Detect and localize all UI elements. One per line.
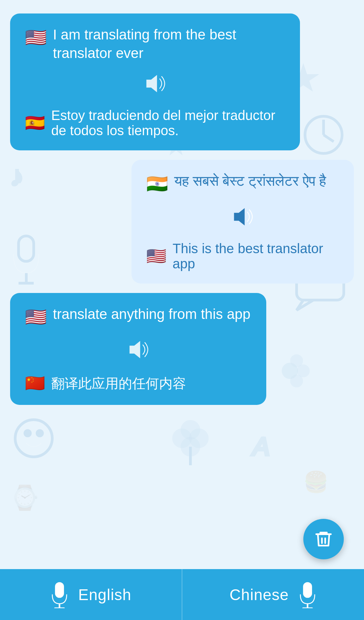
flag-us-2: 🇺🇸 [146, 247, 166, 266]
bubble-1-translated: 🇪🇸 Estoy traduciendo del mejor traductor… [25, 108, 285, 138]
svg-marker-30 [146, 75, 157, 92]
speaker-button-3[interactable] [25, 338, 251, 366]
bubble-3-source: 🇺🇸 translate anything from this app [25, 305, 251, 329]
bubble-2-source: 🇮🇳 यह सबसे बेस्ट ट्रांसलेटर ऐप है [146, 172, 339, 196]
bubble-3-translated-text: 翻译此应用的任何内容 [51, 374, 186, 393]
bottom-left-english[interactable]: English [0, 569, 182, 620]
flag-es-1: 🇪🇸 [25, 114, 45, 132]
speaker-button-2[interactable] [146, 205, 339, 233]
flag-us-3: 🇺🇸 [25, 306, 47, 329]
bubble-3-source-text: translate anything from this app [53, 305, 251, 324]
bubble-1: 🇺🇸 I am translating from the best transl… [10, 13, 300, 150]
bubble-2-source-text: यह सबसे बेस्ट ट्रांसलेटर ऐप है [174, 172, 339, 190]
flag-us-1: 🇺🇸 [25, 26, 47, 49]
svg-marker-31 [234, 208, 245, 225]
microphone-icon-left [50, 581, 69, 608]
bubble-2: 🇮🇳 यह सबसे बेस्ट ट्रांसलेटर ऐप है 🇺🇸 Thi… [131, 160, 354, 284]
trash-icon: path{stroke:white;stroke-width:2;stroke-… [314, 529, 333, 549]
bubble-3-translated: 🇨🇳 翻译此应用的任何内容 [25, 374, 251, 393]
bubble-1-source: 🇺🇸 I am translating from the best transl… [25, 26, 285, 62]
flag-cn-3: 🇨🇳 [25, 374, 45, 393]
bottom-right-chinese[interactable]: Chinese [182, 569, 364, 620]
microphone-icon-right [298, 581, 317, 608]
bubble-3: 🇺🇸 translate anything from this app 🇨🇳 翻… [10, 293, 266, 405]
bottom-bar: English Chinese [0, 569, 364, 620]
bubble-2-translated-text: This is the best translator app [173, 241, 339, 271]
speaker-button-1[interactable] [25, 72, 285, 100]
svg-rect-36 [303, 582, 312, 598]
english-label: English [78, 586, 131, 604]
chinese-label: Chinese [230, 586, 289, 604]
flag-in-2: 🇮🇳 [146, 173, 168, 196]
bubble-2-translated: 🇺🇸 This is the best translator app [146, 241, 339, 271]
svg-marker-32 [129, 341, 140, 358]
svg-rect-33 [55, 582, 64, 598]
delete-fab-button[interactable]: path{stroke:white;stroke-width:2;stroke-… [303, 519, 344, 559]
bubble-1-translated-text: Estoy traduciendo del mejor traductor de… [51, 108, 285, 138]
bubble-1-source-text: I am translating from the best translato… [53, 26, 285, 62]
